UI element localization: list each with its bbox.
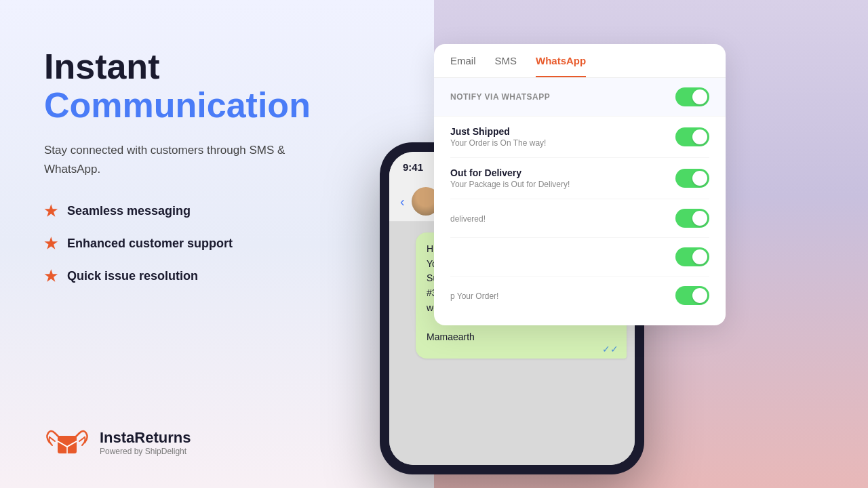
out-delivery-labels: Out for Delivery Your Package is Out for… [450,167,570,189]
feature-item-3: ★ Quick issue resolution [44,268,312,285]
settings-row-out-delivery: Out for Delivery Your Package is Out for… [450,158,709,199]
headline-line1: Instant [44,47,312,86]
out-delivery-label: Out for Delivery [450,167,570,178]
brand-logo-icon [44,424,90,461]
just-shipped-labels: Just Shipped Your Order is On The way! [450,126,546,148]
right-panel: Email SMS WhatsApp NOTIFY VIA WHATSAPP [353,0,868,488]
star-icon-3: ★ [44,268,58,285]
tab-sms[interactable]: SMS [495,55,517,77]
status-time: 9:41 [403,161,423,173]
headline-line2: Communication [44,86,312,125]
feature-item-1: ★ Seamless messaging [44,203,312,220]
back-button[interactable]: ‹ [400,194,405,209]
feature-item-2: ★ Enhanced customer support [44,235,312,253]
notify-label: NOTIFY VIA WHATSAPP [450,92,550,102]
feature-label-2: Enhanced customer support [67,237,233,251]
brand-powered-by: Powered by ShipDelight [100,447,191,456]
left-panel: Instant Communication Stay connected wit… [0,0,353,340]
settings-card: Email SMS WhatsApp NOTIFY VIA WHATSAPP [434,44,726,325]
star-icon-2: ★ [44,235,58,253]
headline: Instant Communication [44,47,312,125]
settings-row-5 [450,238,709,277]
row6-labels: p Your Order! [450,290,498,301]
toggle-row5[interactable] [675,247,709,266]
settings-row-6: p Your Order! [450,277,709,314]
toggle-row6[interactable] [675,286,709,305]
message-tick-icon: ✓✓ [602,344,618,354]
star-icon-1: ★ [44,203,58,220]
out-delivery-sublabel: Your Package is Out for Delivery! [450,180,570,189]
just-shipped-sublabel: Your Order is On The way! [450,138,546,148]
tab-whatsapp[interactable]: WhatsApp [536,55,586,77]
delivered-sublabel: delivered! [450,214,486,224]
toggle-out-delivery[interactable] [675,169,709,188]
brand-footer: InstaReturns Powered by ShipDelight [44,424,191,461]
brand-name: InstaReturns [100,429,191,447]
settings-row-notify: NOTIFY VIA WHATSAPP [434,78,726,117]
settings-tabs: Email SMS WhatsApp [434,44,726,78]
toggle-just-shipped[interactable] [675,127,709,146]
subtitle: Stay connected with customers through SM… [44,141,302,178]
toggle-notify[interactable] [675,87,709,106]
delivered-labels: delivered! [450,213,486,224]
row6-sublabel: p Your Order! [450,291,498,301]
feature-label-3: Quick issue resolution [67,269,198,283]
toggle-delivered[interactable] [675,209,709,228]
feature-label-1: Seamless messaging [67,204,191,218]
settings-body: NOTIFY VIA WHATSAPP Just Shipped Your Or… [434,78,726,325]
brand-text-group: InstaReturns Powered by ShipDelight [100,429,191,456]
settings-row-delivered: delivered! [450,199,709,238]
just-shipped-label: Just Shipped [450,126,546,137]
content-wrapper: Instant Communication Stay connected wit… [0,0,868,488]
tab-email[interactable]: Email [450,55,476,77]
features-list: ★ Seamless messaging ★ Enhanced customer… [44,203,312,285]
settings-row-just-shipped: Just Shipped Your Order is On The way! [450,117,709,158]
